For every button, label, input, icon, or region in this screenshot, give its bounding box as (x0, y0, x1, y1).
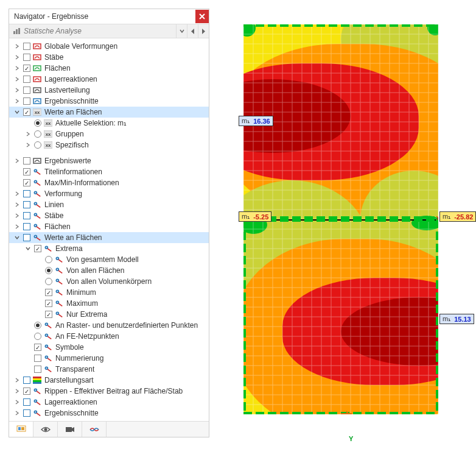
checkbox[interactable] (23, 87, 30, 94)
tree-item[interactable]: Symbole (9, 342, 209, 353)
checkbox[interactable] (23, 179, 30, 186)
tree-item[interactable]: Globale Verformungen (9, 41, 209, 52)
tree-item[interactable]: Von gesamtem Modell (9, 254, 209, 265)
checkbox[interactable] (23, 409, 30, 417)
tree-item[interactable]: Titelinformationen (9, 166, 209, 177)
checkbox[interactable] (34, 245, 41, 252)
tree-item[interactable]: Ergebnisschnitte (9, 408, 209, 419)
value-label-mid-right[interactable]: m₁ -25.82 (439, 211, 476, 222)
tree-item[interactable]: Von allen Flächen (9, 265, 209, 276)
tree-item[interactable]: Minimum (9, 287, 209, 298)
tree-item[interactable]: An FE-Netzpunkten (9, 331, 209, 342)
expander-icon[interactable] (13, 410, 21, 417)
checkbox[interactable] (23, 65, 30, 72)
expander-icon[interactable] (13, 224, 21, 230)
checkbox[interactable] (23, 377, 30, 384)
tree-item[interactable]: Linien (9, 199, 209, 210)
tree-item[interactable]: Stäbe (9, 210, 209, 221)
tree-item[interactable]: Stäbe (9, 52, 209, 63)
tree-item[interactable]: Nur Extrema (9, 309, 209, 320)
checkbox[interactable] (34, 344, 41, 351)
checkbox[interactable] (34, 355, 41, 362)
checkbox[interactable] (23, 76, 30, 83)
tree-item[interactable]: Werte an Flächen (9, 232, 209, 243)
checkbox[interactable] (23, 168, 30, 175)
navigator-tree[interactable]: Globale VerformungenStäbeFlächenLagerrea… (9, 38, 209, 421)
expander-icon[interactable] (13, 213, 21, 219)
expander-icon[interactable] (13, 399, 21, 406)
expander-icon[interactable] (13, 98, 21, 105)
checkbox[interactable] (23, 234, 30, 241)
checkbox[interactable] (23, 157, 30, 165)
radio[interactable] (34, 119, 41, 127)
next-button[interactable] (198, 24, 209, 38)
expander-icon[interactable] (24, 246, 32, 252)
checkbox[interactable] (23, 398, 30, 406)
tab-display[interactable] (9, 422, 33, 437)
tree-item[interactable]: Flächen (9, 221, 209, 232)
tree-item[interactable]: Extrema (9, 243, 209, 254)
tree-item[interactable]: xxAktuelle Selektion: m₁ (9, 118, 209, 129)
prev-button[interactable] (187, 24, 198, 38)
radio[interactable] (34, 130, 41, 138)
expander-icon[interactable] (13, 202, 21, 208)
checkbox[interactable] (45, 311, 52, 318)
radio[interactable] (45, 267, 52, 274)
tab-results[interactable] (82, 422, 107, 437)
expander-icon[interactable] (24, 142, 32, 149)
expander-icon[interactable] (13, 43, 21, 50)
expander-icon[interactable] (13, 87, 21, 94)
checkbox[interactable] (23, 43, 30, 50)
tree-item[interactable]: Max/Min-Informationen (9, 177, 209, 188)
checkbox[interactable] (23, 387, 30, 395)
tree-item[interactable]: An Raster- und benutzerdefinierten Punkt… (9, 320, 209, 331)
tree-item[interactable]: Lagerreaktionen (9, 397, 209, 408)
tree-item[interactable]: xxSpezifisch (9, 140, 209, 150)
analysis-dropdown[interactable]: Statische Analyse (9, 24, 176, 38)
radio[interactable] (34, 322, 41, 329)
tree-item[interactable]: Lastverteilung (9, 85, 209, 96)
tab-camera[interactable] (58, 422, 82, 437)
dropdown-chevron[interactable] (176, 24, 187, 38)
tree-item[interactable]: Ergebniswerte (9, 155, 209, 166)
checkbox[interactable] (23, 201, 30, 208)
tree-item[interactable]: Verformung (9, 188, 209, 199)
tree-item[interactable]: Ergebnisschnitte (9, 96, 209, 107)
expander-icon[interactable] (13, 54, 21, 61)
tree-item[interactable]: Transparent (9, 364, 209, 375)
radio[interactable] (34, 141, 41, 149)
expander-icon[interactable] (13, 377, 21, 384)
expander-icon[interactable] (13, 235, 21, 241)
tree-item[interactable]: Von allen Volumenkörpern (9, 276, 209, 287)
tree-item[interactable]: xxGruppen (9, 129, 209, 140)
tree-item[interactable]: Flächen (9, 63, 209, 74)
expander-icon[interactable] (13, 388, 21, 395)
tree-item[interactable]: Maximum (9, 298, 209, 309)
checkbox[interactable] (23, 190, 30, 197)
radio[interactable] (34, 333, 41, 340)
checkbox[interactable] (23, 54, 30, 61)
value-label-bot-max[interactable]: m₁ 15.13 (439, 314, 474, 324)
checkbox[interactable] (23, 97, 30, 105)
value-label-top-max[interactable]: m₁ 16.36 (239, 116, 273, 126)
value-label-mid-left[interactable]: m₁ -5.25 (239, 211, 271, 222)
checkbox[interactable] (45, 300, 52, 307)
checkbox[interactable] (23, 212, 30, 219)
close-button[interactable] (195, 10, 209, 23)
tree-item[interactable]: xxWerte an Flächen (9, 107, 209, 118)
tree-item[interactable]: Darstellungsart (9, 375, 209, 386)
tree-item[interactable]: Nummerierung (9, 353, 209, 364)
tab-views[interactable] (33, 422, 58, 437)
checkbox[interactable] (23, 223, 30, 230)
expander-icon[interactable] (13, 191, 21, 197)
expander-icon[interactable] (13, 109, 21, 116)
expander-icon[interactable] (13, 158, 21, 165)
checkbox[interactable] (34, 366, 41, 373)
radio[interactable] (45, 278, 52, 285)
checkbox[interactable] (23, 108, 30, 116)
radio[interactable] (45, 256, 52, 263)
tree-item[interactable]: Lagerreaktionen (9, 74, 209, 85)
tree-item[interactable]: Rippen - Effektiver Beitrag auf Fläche/S… (9, 386, 209, 397)
expander-icon[interactable] (13, 65, 21, 72)
expander-icon[interactable] (13, 76, 21, 83)
